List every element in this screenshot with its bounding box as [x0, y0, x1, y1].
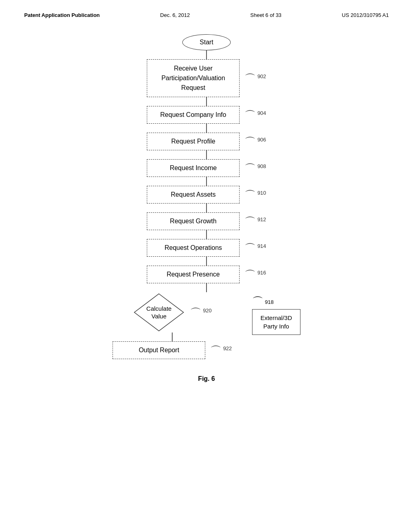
label-916: ⌒ 916 [244, 268, 266, 281]
node-906-row: Request Profile ⌒ 906 [24, 133, 389, 150]
node-922-row: Output Report ⌒ 922 [113, 341, 232, 359]
node-910: Request Assets [147, 186, 240, 204]
node-908: Request Income [147, 159, 240, 177]
label-906: ⌒ 906 [244, 135, 266, 148]
connector-line [206, 283, 207, 292]
label-920: ⌒ 920 [190, 306, 212, 319]
node-912-row: Request Growth ⌒ 912 [24, 212, 389, 230]
bottom-right: ⌒ 918 External/3DParty Info [252, 296, 300, 335]
node-902: Receive UserParticipation/ValuationReque… [147, 59, 240, 97]
node-start: Start [24, 34, 389, 50]
label-902: ⌒ 902 [244, 72, 266, 85]
page-header: Patent Application Publication Dec. 6, 2… [24, 12, 389, 18]
figure-caption: Fig. 6 [24, 375, 389, 382]
connector-line [172, 332, 173, 341]
connector-line [206, 230, 207, 239]
node-916-row: Request Presence ⌒ 916 [24, 266, 389, 283]
page: Patent Application Publication Dec. 6, 2… [0, 0, 413, 532]
connector-line [206, 97, 207, 106]
label-918-row: ⌒ 918 [252, 296, 274, 308]
header-date: Dec. 6, 2012 [160, 12, 190, 18]
node-918: External/3DParty Info [252, 309, 300, 335]
node-914-row: Request Operations ⌒ 914 [24, 239, 389, 257]
node-914: Request Operations [147, 239, 240, 257]
header-publication-label: Patent Application Publication [24, 12, 100, 18]
diagram-container: Start Receive UserParticipation/Valuatio… [24, 34, 389, 359]
node-922: Output Report [113, 341, 205, 359]
connector-line [206, 257, 207, 266]
label-912: ⌒ 912 [244, 215, 266, 228]
label-908: ⌒ 908 [244, 162, 266, 175]
node-910-row: Request Assets ⌒ 910 [24, 186, 389, 204]
connector-line [206, 124, 207, 133]
header-sheet: Sheet 6 of 33 [250, 12, 282, 18]
node-920: CalculateValue [133, 292, 185, 332]
node-920-row: CalculateValue ⌒ 920 [133, 292, 212, 332]
bottom-section: CalculateValue ⌒ 920 Output Report ⌒ [24, 292, 389, 359]
label-914: ⌒ 914 [244, 241, 266, 254]
node-906: Request Profile [147, 133, 240, 150]
label-904: ⌒ 904 [244, 108, 266, 121]
node-916: Request Presence [147, 266, 240, 283]
node-904: Request Company Info [147, 106, 240, 124]
header-patent-number: US 2012/310795 A1 [342, 12, 389, 18]
node-902-row: Receive UserParticipation/ValuationReque… [24, 59, 389, 97]
connector-line [206, 177, 207, 186]
label-922: ⌒ 922 [210, 344, 232, 357]
node-908-row: Request Income ⌒ 908 [24, 159, 389, 177]
node-904-row: Request Company Info ⌒ 904 [24, 106, 389, 124]
bottom-left: CalculateValue ⌒ 920 Output Report ⌒ [113, 292, 232, 359]
connector-line [206, 204, 207, 212]
node-912: Request Growth [147, 212, 240, 230]
connector-line [206, 150, 207, 159]
connector-line [206, 50, 207, 59]
start-oval: Start [182, 34, 231, 50]
label-910: ⌒ 910 [244, 188, 266, 201]
